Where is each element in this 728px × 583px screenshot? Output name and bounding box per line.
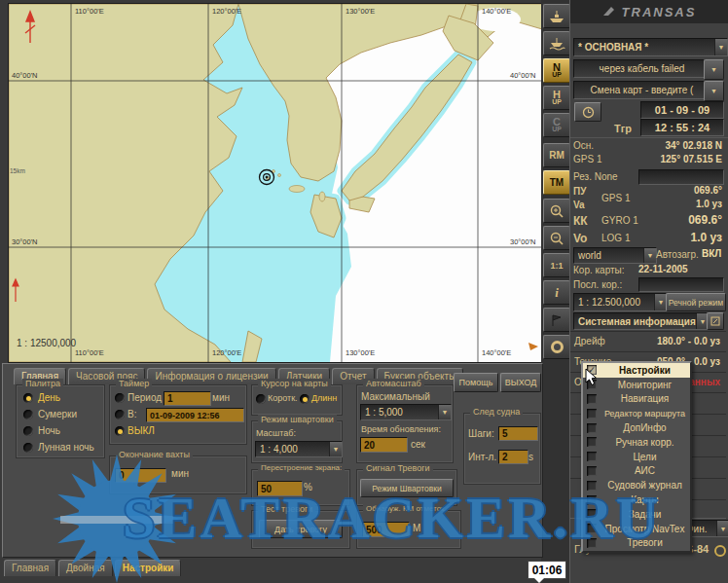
- menu-item-navigatsiya[interactable]: Навигация: [583, 392, 690, 407]
- event-mark-button[interactable]: [543, 308, 570, 332]
- ring-icon: [550, 340, 564, 354]
- menu-item-route-editor[interactable]: Редактор маршрута: [583, 406, 690, 420]
- meridian-label: 110°00'E: [75, 348, 104, 357]
- checkbox-icon[interactable]: [587, 437, 597, 447]
- checkbox-icon[interactable]: [587, 409, 597, 419]
- meridian-label: 110°00'E: [75, 7, 104, 16]
- river-mode-button[interactable]: Речной режим: [666, 293, 726, 311]
- palette-radio-dusk[interactable]: [23, 410, 33, 419]
- trail-steps-input[interactable]: 5: [498, 426, 538, 441]
- connection-dropdown-button[interactable]: ▼: [704, 59, 724, 80]
- palette-option-night[interactable]: Ночь: [38, 425, 60, 436]
- true-motion-button[interactable]: TM: [543, 170, 570, 195]
- autoscale-max-combo[interactable]: 1 : 5,000 ▼: [360, 404, 452, 420]
- timer-at-radio[interactable]: [115, 410, 125, 419]
- trail-interval-value: 2: [502, 452, 508, 462]
- chart-change-dropdown-button[interactable]: ▼: [704, 81, 724, 101]
- head-up-label: H: [553, 91, 561, 98]
- cursor-short-label[interactable]: Коротк.: [268, 393, 298, 403]
- time-field: 12 : 55 : 24: [640, 119, 724, 136]
- menu-item-tseli[interactable]: Цели: [583, 450, 690, 464]
- north-up-button[interactable]: N UP: [543, 58, 570, 83]
- undock-panel-button[interactable]: [707, 312, 724, 330]
- menu-item-manual-corr[interactable]: Ручная корр.: [583, 435, 690, 450]
- ship-trail-group: След судна: [463, 413, 541, 485]
- cursor-title: Курсор на карты: [258, 379, 331, 388]
- chevron-down-icon[interactable]: ▼: [643, 248, 656, 263]
- system-info-combo[interactable]: Системная информация ▼: [573, 312, 710, 330]
- original-scale-button[interactable]: 1:1: [543, 253, 570, 277]
- zoom-out-button[interactable]: [543, 226, 570, 250]
- scale-bar-label: 15km: [10, 167, 25, 174]
- timer-at-value: 01-09-2009 12:56: [150, 411, 220, 420]
- clock-button[interactable]: [574, 102, 601, 122]
- drift-value: 180.0° - 0.0 уз: [657, 336, 720, 346]
- chart-change-combo[interactable]: Смена карт - введите (: [573, 81, 707, 99]
- chevron-down-icon[interactable]: ▼: [438, 405, 451, 419]
- menu-item-monitoring[interactable]: Мониторинг: [583, 378, 690, 392]
- checkbox-icon[interactable]: [587, 452, 597, 461]
- chevron-down-icon[interactable]: ▼: [329, 442, 342, 456]
- palette-radio-day[interactable]: [23, 393, 33, 403]
- time-value: 12 : 55 : 24: [655, 122, 710, 133]
- info-button[interactable]: i: [543, 280, 570, 305]
- autoscale-max-label: Максимальный: [361, 391, 430, 402]
- last-correction-field: [638, 277, 724, 292]
- palette-option-dusk[interactable]: Сумерки: [38, 409, 77, 419]
- head-up-button[interactable]: H UP: [543, 86, 570, 110]
- chart-area[interactable]: 110°00'E 120°00'E 130°00'E 140°00'E 110°…: [8, 3, 543, 363]
- meridian-label: 130°00'E: [346, 348, 375, 357]
- menu-item-nastroyki[interactable]: ✓Настройки: [583, 363, 690, 378]
- palette-radio-moonnight[interactable]: [23, 443, 33, 453]
- chart-folio-combo[interactable]: world ▼: [573, 247, 657, 264]
- checkbox-icon[interactable]: [587, 423, 597, 433]
- palette-option-day[interactable]: День: [38, 392, 60, 403]
- divider: [570, 137, 728, 138]
- help-button[interactable]: Помощь: [454, 373, 498, 392]
- meridian-label: 120°00'E: [212, 7, 241, 16]
- connection-combo[interactable]: через кабель failed: [573, 59, 707, 78]
- relative-motion-button[interactable]: RM: [543, 143, 570, 167]
- cursor-short-radio[interactable]: [256, 394, 266, 404]
- mob-button[interactable]: [543, 335, 570, 359]
- timer-at-input[interactable]: 01-09-2009 12:56: [146, 408, 244, 422]
- update-time-value: 20: [364, 440, 375, 451]
- ecdis-application: 110°00'E 120°00'E 130°00'E 140°00'E 110°…: [0, 0, 728, 583]
- ship-trail-title: След судна: [470, 407, 523, 417]
- exit-button[interactable]: ВЫХОД: [500, 373, 541, 392]
- cursor-long-label[interactable]: Длинн: [311, 393, 337, 403]
- route-monitor-button[interactable]: [543, 4, 570, 28]
- trail-interval-input[interactable]: 2: [498, 450, 528, 464]
- cursor-long-radio[interactable]: [300, 394, 309, 404]
- transas-logo-icon: [602, 6, 618, 18]
- menu-item-dopinfo[interactable]: ДопИнфо: [583, 420, 690, 435]
- parallel-label: 30°00'N: [12, 237, 38, 246]
- autoscale-max-value: 1 : 5,000: [365, 407, 403, 418]
- route-plan-button[interactable]: [543, 31, 570, 55]
- timer-period-radio[interactable]: [115, 393, 125, 403]
- scale-value: 1 : 12.500,000: [578, 297, 640, 308]
- timer-period-input[interactable]: 1: [164, 391, 211, 406]
- scale-combo[interactable]: 1 : 12.500,000 ▼: [573, 293, 668, 311]
- position-source-label: Осн.: [573, 140, 594, 151]
- autoload-label: Автозагр.: [656, 249, 699, 260]
- river-mode-label: Речной режим: [669, 298, 723, 308]
- checkbox-icon[interactable]: [587, 466, 597, 476]
- chevron-down-icon[interactable]: ▼: [716, 521, 728, 536]
- course-up-button[interactable]: C UP: [543, 113, 570, 137]
- palette-radio-night[interactable]: [23, 426, 33, 436]
- chevron-down-icon[interactable]: ▼: [714, 39, 727, 55]
- trail-steps-value: 5: [502, 428, 508, 439]
- gyro-course-label: КК: [573, 214, 588, 228]
- timer-at-label: В:: [127, 409, 136, 419]
- zoom-in-button[interactable]: [543, 199, 570, 223]
- checkbox-icon[interactable]: [587, 394, 597, 404]
- update-time-input[interactable]: 20: [360, 437, 408, 453]
- mooring-scale-combo[interactable]: 1 : 4,000 ▼: [255, 441, 343, 457]
- tab-license-info[interactable]: Информация о лицензии: [147, 368, 275, 384]
- menu-item-ais[interactable]: АИС: [583, 464, 690, 479]
- autoload-state: ВКЛ: [702, 248, 721, 259]
- trail-interval-unit: s: [528, 452, 533, 462]
- timer-off-radio[interactable]: [115, 426, 125, 436]
- route-select-combo[interactable]: * ОСНОВНАЯ * ▼: [573, 38, 728, 56]
